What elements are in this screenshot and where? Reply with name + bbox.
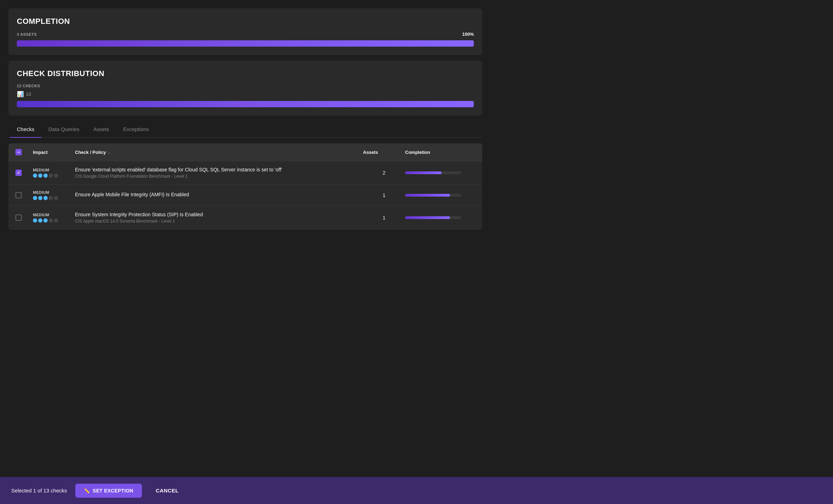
tab-checks[interactable]: Checks: [10, 121, 41, 138]
dot: [38, 173, 42, 178]
dot: [49, 173, 53, 178]
row2-completion: [405, 194, 475, 197]
completion-title: COMPLETION: [17, 17, 474, 26]
row1-check-name: Ensure 'external scripts enabled' databa…: [75, 167, 363, 172]
tab-data-queries[interactable]: Data Queries: [41, 121, 86, 138]
row1-assets: 2: [363, 170, 405, 176]
dot: [54, 218, 58, 223]
tabs-container: Checks Data Queries Assets Exceptions: [8, 121, 482, 138]
dot: [43, 196, 48, 200]
dot: [43, 218, 48, 223]
row3-impact: MEDIUM: [33, 213, 75, 223]
row2-completion-fill: [405, 194, 450, 197]
row1-check-policy: CIS Google Cloud Platform Foundation Ben…: [75, 174, 363, 179]
row2-assets: 1: [363, 192, 405, 198]
dot: [33, 196, 37, 200]
impact-header: Impact: [33, 149, 75, 155]
table-row: MEDIUM Ensure Apple Mobile File Integrit…: [8, 185, 482, 206]
tab-assets[interactable]: Assets: [86, 121, 116, 138]
checks-table: Impact Check / Policy ↓ Assets Completio…: [8, 143, 482, 230]
dot: [33, 173, 37, 178]
bar-chart-icon: 📊: [17, 91, 24, 97]
sort-icon: ↓: [108, 150, 110, 154]
row1-checkbox[interactable]: [15, 170, 22, 176]
row3-completion-bar: [405, 216, 461, 219]
check-distribution-card: CHECK DISTRIBUTION 13 CHECKS 📊 13: [8, 61, 482, 116]
dot: [33, 218, 37, 223]
completion-header: Completion: [405, 149, 475, 155]
row3-check-name: Ensure System Integrity Protection Statu…: [75, 212, 363, 217]
dot: [43, 173, 48, 178]
action-bar: Selected 1 of 13 checks ✏️ SET EXCEPTION…: [0, 477, 833, 504]
completion-card: COMPLETION 3 ASSETS 100%: [8, 8, 482, 55]
check-distribution-title: CHECK DISTRIBUTION: [17, 69, 474, 78]
assets-label: 3 ASSETS: [17, 32, 37, 36]
set-exception-button[interactable]: ✏️ SET EXCEPTION: [75, 484, 142, 498]
row1-impact: MEDIUM: [33, 168, 75, 178]
table-header: Impact Check / Policy ↓ Assets Completio…: [8, 143, 482, 161]
dot: [38, 196, 42, 200]
dot: [54, 173, 58, 178]
row3-checkbox-cell[interactable]: [15, 214, 33, 221]
pencil-icon: ✏️: [84, 488, 90, 493]
select-all-cell[interactable]: [15, 149, 33, 155]
check-policy-header[interactable]: Check / Policy ↓: [75, 149, 363, 155]
dot: [49, 218, 53, 223]
set-exception-label: SET EXCEPTION: [93, 488, 134, 493]
row1-check-info: Ensure 'external scripts enabled' databa…: [75, 167, 363, 179]
completion-percentage: 100%: [462, 32, 474, 37]
row2-checkbox-cell[interactable]: [15, 192, 33, 198]
distribution-progress-fill: [17, 101, 474, 107]
table-row: MEDIUM Ensure 'external scripts enabled'…: [8, 161, 482, 185]
dot: [54, 196, 58, 200]
completion-progress-bar: [17, 40, 474, 47]
assets-header: Assets: [363, 149, 405, 155]
row1-completion: [405, 171, 475, 174]
row3-check-info: Ensure System Integrity Protection Statu…: [75, 212, 363, 224]
row2-check-name: Ensure Apple Mobile File Integrity (AMFI…: [75, 192, 363, 197]
dot: [38, 218, 42, 223]
row1-completion-fill: [405, 171, 442, 174]
row1-checkbox-cell[interactable]: [15, 170, 33, 176]
row3-impact-dots: [33, 218, 75, 223]
dot: [49, 196, 53, 200]
checks-count-row: 📊 13: [17, 91, 474, 97]
tab-exceptions[interactable]: Exceptions: [116, 121, 156, 138]
row2-checkbox[interactable]: [15, 192, 22, 198]
checks-label: 13 CHECKS: [17, 84, 474, 88]
checks-number: 13: [26, 91, 31, 97]
distribution-progress-bar: [17, 101, 474, 107]
row3-assets: 1: [363, 215, 405, 220]
row2-impact-dots: [33, 196, 75, 200]
row2-check-info: Ensure Apple Mobile File Integrity (AMFI…: [75, 192, 363, 199]
row3-completion-fill: [405, 216, 450, 219]
row3-checkbox[interactable]: [15, 214, 22, 221]
row3-completion: [405, 216, 475, 219]
completion-progress-fill: [17, 40, 474, 47]
cancel-button[interactable]: CANCEL: [150, 483, 185, 498]
row2-completion-bar: [405, 194, 461, 197]
table-row: MEDIUM Ensure System Integrity Protectio…: [8, 206, 482, 230]
row3-check-policy: CIS Apple macOS 14.0 Sonoma Benchmark - …: [75, 219, 363, 224]
select-all-checkbox[interactable]: [15, 149, 22, 155]
selected-count-text: Selected 1 of 13 checks: [11, 488, 67, 493]
row1-completion-bar: [405, 171, 461, 174]
row1-impact-dots: [33, 173, 75, 178]
row2-impact: MEDIUM: [33, 190, 75, 200]
